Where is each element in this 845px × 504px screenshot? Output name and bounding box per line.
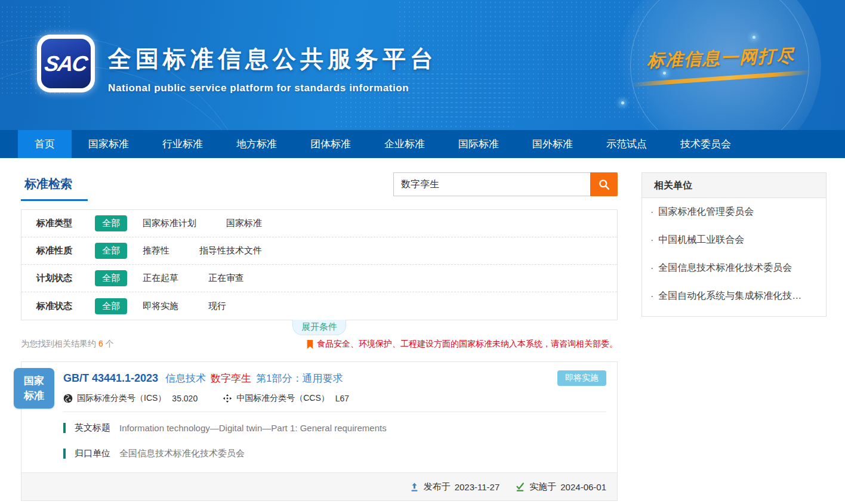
- bullet: ·: [650, 207, 653, 218]
- sidebar-item-sac[interactable]: · 国家标准化管理委员会: [642, 198, 826, 226]
- section-head: 标准检索: [21, 172, 618, 207]
- badge-line1: 国家: [24, 373, 44, 388]
- implemented-date: 2024-06-01: [560, 482, 606, 492]
- summary-suffix: 个: [106, 339, 114, 348]
- implemented-label: 实施于: [529, 481, 556, 493]
- search-input[interactable]: [393, 172, 590, 196]
- slogan-block: 标准信息一网打尽: [631, 47, 810, 81]
- expand-conditions-button[interactable]: 展开条件: [292, 320, 346, 335]
- main-nav: 首页 国家标准 行业标准 地方标准 团体标准 企业标准 国际标准 国外标准 示范…: [0, 130, 845, 158]
- standard-type-badge: 国家 标准: [14, 368, 54, 409]
- field-value: Information technology—Digital twin—Part…: [119, 423, 387, 433]
- sidebar-item-machinery-federation[interactable]: · 中国机械工业联合会: [642, 226, 826, 254]
- bullet: ·: [650, 291, 653, 302]
- slogan-text: 标准信息一网打尽: [631, 44, 810, 73]
- filter-option[interactable]: 即将实施: [143, 301, 178, 312]
- nav-item-international-standards[interactable]: 国际标准: [442, 130, 516, 158]
- standard-title-highlight[interactable]: 数字孪生: [211, 372, 251, 385]
- standard-code-link[interactable]: GB/T 43441.1-2023: [63, 372, 158, 385]
- related-units-title: 相关单位: [642, 173, 826, 198]
- standard-title-part1[interactable]: 信息技术: [165, 372, 206, 385]
- card-footer: 发布于 2023-11-27 实施于 2024-06-01: [21, 472, 617, 500]
- nav-item-pilot[interactable]: 示范试点: [590, 130, 664, 158]
- spark-decoration: [621, 101, 624, 104]
- sidebar-item-label: 全国信息技术标准化技术委员会: [658, 262, 792, 274]
- check-icon: [515, 482, 525, 492]
- nav-item-foreign-standards[interactable]: 国外标准: [516, 130, 590, 158]
- filter-label: 标准性质: [36, 245, 95, 256]
- implemented-date-group: 实施于 2024-06-01: [515, 481, 606, 493]
- sidebar-item-label: 全国自动化系统与集成标准化技…: [658, 290, 801, 302]
- standard-title-part2[interactable]: 第1部分：通用要求: [256, 372, 343, 385]
- field-marker-bar: [63, 423, 66, 433]
- filter-box: 标准类型 全部 国家标准计划 国家标准 标准性质 全部 推荐性 指导性技术文件 …: [21, 209, 618, 320]
- sidebar-item-automation-committee[interactable]: · 全国自动化系统与集成标准化技…: [642, 282, 826, 310]
- sidebar-item-label: 中国机械工业联合会: [658, 234, 744, 246]
- sac-logo[interactable]: SAC: [37, 35, 95, 92]
- field-value: 全国信息技术标准化技术委员会: [119, 448, 245, 459]
- filter-option[interactable]: 现行: [208, 301, 226, 312]
- related-units-panel: 相关单位 · 国家标准化管理委员会 · 中国机械工业联合会 · 全国信息技术标准…: [642, 172, 827, 317]
- published-label: 发布于: [424, 481, 451, 493]
- sac-logo-inner: SAC: [41, 39, 91, 88]
- filter-all-button[interactable]: 全部: [95, 215, 127, 231]
- field-marker-bar: [63, 449, 66, 459]
- bullet: ·: [650, 235, 653, 246]
- spark-decoration: [753, 36, 755, 39]
- publish-icon: [409, 482, 420, 492]
- filter-label: 标准状态: [36, 301, 95, 312]
- filter-row-plan-status: 计划状态 全部 正在起草 正在审查: [21, 265, 617, 292]
- filter-all-button[interactable]: 全部: [95, 298, 127, 314]
- search-box: [393, 172, 618, 196]
- globe-icon: [63, 394, 73, 403]
- search-button[interactable]: [590, 172, 618, 196]
- result-summary: 为您找到相关结果约6个: [21, 339, 114, 350]
- card-main: GB/T 43441.1-2023 信息技术 数字孪生 第1部分：通用要求 即将…: [21, 362, 617, 459]
- filter-option[interactable]: 指导性技术文件: [199, 245, 262, 256]
- field-label: 英文标题: [75, 422, 110, 434]
- nav-item-enterprise-standards[interactable]: 企业标准: [368, 130, 442, 158]
- filter-row-standard-status: 标准状态 全部 即将实施 现行: [21, 292, 617, 320]
- summary-prefix: 为您找到相关结果约: [21, 339, 96, 348]
- nav-item-group-standards[interactable]: 团体标准: [294, 130, 368, 158]
- field-english-title: 英文标题 Information technology—Digital twin…: [63, 422, 606, 434]
- filter-label: 计划状态: [36, 273, 95, 284]
- sidebar-item-it-standardization-committee[interactable]: · 全国信息技术标准化技术委员会: [642, 254, 826, 282]
- nav-item-home[interactable]: 首页: [18, 130, 72, 158]
- sidebar-item-label: 国家标准化管理委员会: [658, 206, 754, 218]
- nav-item-national-standards[interactable]: 国家标准: [72, 130, 146, 158]
- nav-item-industry-standards[interactable]: 行业标准: [146, 130, 220, 158]
- site-subtitle: National public service platform for sta…: [108, 82, 437, 94]
- filter-option[interactable]: 国家标准: [226, 218, 262, 229]
- notice-text: 食品安全、环境保护、工程建设方面的国家标准未纳入本系统，请咨询相关部委。: [317, 339, 618, 350]
- filter-option[interactable]: 正在起草: [143, 273, 178, 284]
- nav-item-technical-committee[interactable]: 技术委员会: [664, 130, 748, 158]
- card-title-row: GB/T 43441.1-2023 信息技术 数字孪生 第1部分：通用要求 即将…: [63, 370, 606, 386]
- sac-logo-text: SAC: [44, 51, 89, 76]
- filter-option[interactable]: 国家标准计划: [143, 218, 196, 229]
- summary-count: 6: [98, 339, 103, 348]
- section-title: 标准检索: [21, 172, 88, 201]
- filter-row-standard-nature: 标准性质 全部 推荐性 指导性技术文件: [21, 237, 617, 265]
- site-title-block: 全国标准信息公共服务平台 National public service pla…: [108, 43, 437, 94]
- filter-all-button[interactable]: 全部: [95, 270, 127, 286]
- filter-option[interactable]: 推荐性: [143, 245, 169, 256]
- notice-banner: 食品安全、环境保护、工程建设方面的国家标准未纳入本系统，请咨询相关部委。: [306, 339, 618, 350]
- filter-row-standard-type: 标准类型 全部 国家标准计划 国家标准: [21, 210, 617, 237]
- badge-line2: 标准: [24, 388, 44, 403]
- published-date: 2023-11-27: [455, 482, 500, 492]
- summary-row: 为您找到相关结果约6个 食品安全、环境保护、工程建设方面的国家标准未纳入本系统，…: [21, 339, 618, 350]
- nav-item-local-standards[interactable]: 地方标准: [220, 130, 294, 158]
- field-committee: 归口单位 全国信息技术标准化技术委员会: [63, 448, 606, 459]
- card-meta-row: 国际标准分类号（ICS） 35.020 中国标准分类号（CCS） L67: [63, 393, 606, 412]
- bullet: ·: [650, 263, 653, 274]
- bookmark-icon: [306, 340, 314, 349]
- status-badge: 即将实施: [557, 370, 606, 386]
- ics-label: 国际标准分类号（ICS）: [77, 393, 166, 404]
- result-card: 国家 标准 GB/T 43441.1-2023 信息技术 数字孪生 第1部分：通…: [21, 361, 618, 501]
- site-title: 全国标准信息公共服务平台: [108, 43, 437, 75]
- ics-value: 35.020: [172, 394, 198, 403]
- filter-all-button[interactable]: 全部: [95, 243, 127, 259]
- filter-label: 标准类型: [36, 218, 95, 229]
- filter-option[interactable]: 正在审查: [208, 273, 244, 284]
